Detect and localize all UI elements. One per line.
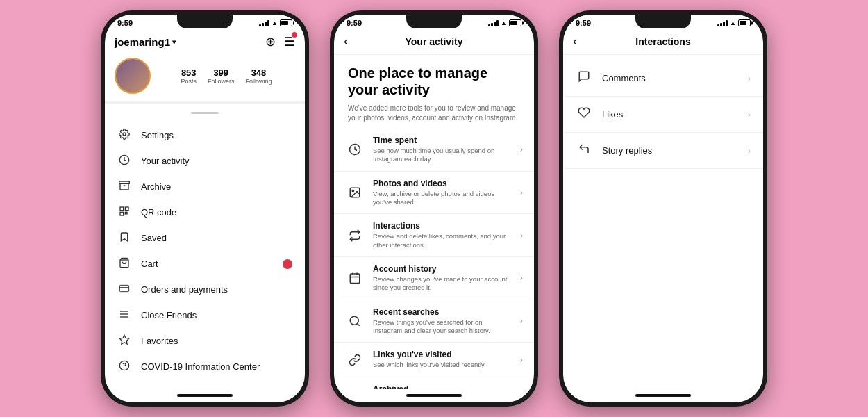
hero-description: We've added more tools for you to review… bbox=[348, 104, 520, 123]
phone-3: 9:59 ▲ ‹ Interactions bbox=[559, 10, 767, 407]
back-button[interactable]: ‹ bbox=[344, 34, 353, 49]
menu-item-orders[interactable]: Orders and payments bbox=[105, 277, 305, 302]
activity-item-interactions[interactable]: Interactions Review and delete likes, co… bbox=[334, 214, 534, 257]
account-history-title: Account history bbox=[373, 264, 512, 274]
activity-item-recent-searches[interactable]: Recent searches Review things you've sea… bbox=[334, 300, 534, 343]
interactions-item-comments[interactable]: Comments › bbox=[563, 60, 763, 97]
stat-posts: 853 Posts bbox=[181, 67, 197, 85]
wifi-icon: ▲ bbox=[272, 19, 278, 26]
drag-handle bbox=[191, 112, 219, 114]
account-history-icon bbox=[345, 268, 365, 288]
photos-videos-title: Photos and videos bbox=[373, 179, 512, 188]
menu-list: Settings Your activity Archive bbox=[105, 122, 305, 389]
menu-archive-label: Archive bbox=[141, 181, 171, 192]
home-indicator-2 bbox=[334, 389, 534, 402]
recent-searches-text: Recent searches Review things you've sea… bbox=[373, 307, 512, 336]
signal-icon bbox=[259, 19, 269, 26]
menu-close-friends-label: Close Friends bbox=[141, 310, 197, 320]
menu-item-favorites[interactable]: Favorites bbox=[105, 328, 305, 354]
home-indicator-3 bbox=[563, 389, 763, 402]
photos-videos-text: Photos and videos View, archive or delet… bbox=[373, 179, 512, 207]
status-icons-2: ▲ bbox=[488, 19, 521, 26]
avatar[interactable] bbox=[115, 58, 151, 94]
phone-2: 9:59 ▲ ‹ Your activity One place to mana… bbox=[330, 10, 538, 407]
likes-icon bbox=[576, 106, 592, 122]
chevron-icon-4: › bbox=[520, 273, 523, 283]
activity-item-time-spent[interactable]: Time spent See how much time you usually… bbox=[334, 129, 534, 172]
menu-favorites-label: Favorites bbox=[141, 336, 178, 346]
activity-list: Time spent See how much time you usually… bbox=[334, 129, 534, 389]
svg-rect-21 bbox=[350, 274, 360, 284]
svg-rect-2 bbox=[120, 207, 124, 211]
activity-hero: One place to manage your activity We've … bbox=[334, 55, 534, 129]
add-post-icon[interactable]: ⊕ bbox=[265, 34, 276, 49]
svg-rect-10 bbox=[119, 285, 128, 291]
menu-saved-label: Saved bbox=[141, 233, 167, 243]
menu-settings-label: Settings bbox=[141, 130, 174, 140]
phone-1: 9:59 ▲ joemaring1 ▾ ⊕ bbox=[101, 10, 309, 407]
svg-marker-15 bbox=[119, 335, 128, 344]
interactions-item-likes[interactable]: Likes › bbox=[563, 97, 763, 133]
interactions-list: Comments › Likes › Story replies › bbox=[563, 55, 763, 174]
menu-item-archive[interactable]: Archive bbox=[105, 174, 305, 199]
activity-item-photos-videos[interactable]: Photos and videos View, archive or delet… bbox=[334, 172, 534, 215]
menu-item-qr[interactable]: QR code bbox=[105, 199, 305, 225]
menu-item-covid[interactable]: COVID-19 Information Center bbox=[105, 354, 305, 379]
menu-item-saved[interactable]: Saved bbox=[105, 225, 305, 251]
activity-header: ‹ Your activity bbox=[334, 28, 534, 55]
activity-item-archived[interactable]: Archived View and manage content you've … bbox=[334, 377, 534, 389]
menu-item-settings[interactable]: Settings bbox=[105, 122, 305, 148]
saved-icon bbox=[117, 231, 131, 245]
followers-count: 399 bbox=[208, 67, 235, 78]
recent-searches-icon bbox=[345, 311, 365, 331]
menu-item-activity[interactable]: Your activity bbox=[105, 148, 305, 174]
covid-icon bbox=[117, 360, 131, 373]
notch bbox=[177, 15, 233, 28]
header-action-icons: ⊕ ☰ bbox=[265, 34, 295, 49]
svg-rect-4 bbox=[120, 212, 124, 215]
menu-cart-label: Cart bbox=[141, 259, 158, 269]
orders-icon bbox=[117, 283, 131, 296]
divider bbox=[105, 101, 305, 104]
interactions-title: Interactions bbox=[373, 221, 512, 231]
activity-item-links-visited[interactable]: Links you've visited See which links you… bbox=[334, 343, 534, 377]
stat-followers: 399 Followers bbox=[208, 67, 235, 85]
interactions-text: Interactions Review and delete likes, co… bbox=[373, 221, 512, 250]
story-replies-icon bbox=[576, 142, 592, 158]
links-visited-desc: See which links you've visited recently. bbox=[373, 361, 512, 369]
chevron-story-replies: › bbox=[748, 146, 751, 156]
chevron-icon-6: › bbox=[520, 355, 523, 365]
close-friends-icon bbox=[117, 309, 131, 322]
menu-icon-container[interactable]: ☰ bbox=[284, 34, 295, 49]
chevron-icon: › bbox=[520, 145, 523, 154]
chevron-icon-3: › bbox=[520, 231, 523, 240]
activity-item-account-history[interactable]: Account history Review changes you've ma… bbox=[334, 257, 534, 300]
links-visited-icon bbox=[345, 350, 365, 370]
account-history-desc: Review changes you've made to your accou… bbox=[373, 275, 512, 293]
signal-icon-3 bbox=[717, 19, 728, 26]
chevron-down-icon: ▾ bbox=[172, 38, 176, 46]
chevron-likes: › bbox=[748, 110, 751, 120]
notch-3 bbox=[635, 15, 691, 28]
photos-videos-icon bbox=[345, 183, 365, 202]
interactions-item-story-replies[interactable]: Story replies › bbox=[563, 133, 763, 169]
time-spent-icon bbox=[345, 140, 365, 159]
svg-point-0 bbox=[123, 133, 126, 136]
battery-icon bbox=[280, 19, 292, 26]
username-display[interactable]: joemaring1 ▾ bbox=[115, 36, 176, 48]
story-replies-label: Story replies bbox=[602, 145, 738, 156]
status-time-3: 9:59 bbox=[576, 19, 591, 27]
menu-orders-label: Orders and payments bbox=[141, 284, 228, 295]
activity-icon bbox=[117, 154, 131, 167]
stat-following: 348 Following bbox=[246, 67, 272, 85]
menu-item-cart[interactable]: Cart bbox=[105, 251, 305, 277]
battery-icon-2 bbox=[509, 19, 521, 26]
menu-item-close-friends[interactable]: Close Friends bbox=[105, 302, 305, 328]
likes-label: Likes bbox=[602, 109, 738, 120]
back-button-3[interactable]: ‹ bbox=[573, 34, 583, 49]
recent-searches-desc: Review things you've searched for on Ins… bbox=[373, 318, 512, 336]
following-count: 348 bbox=[246, 67, 272, 78]
cart-notification-badge bbox=[283, 259, 292, 269]
cart-icon bbox=[117, 257, 131, 270]
links-visited-title: Links you've visited bbox=[373, 350, 512, 359]
